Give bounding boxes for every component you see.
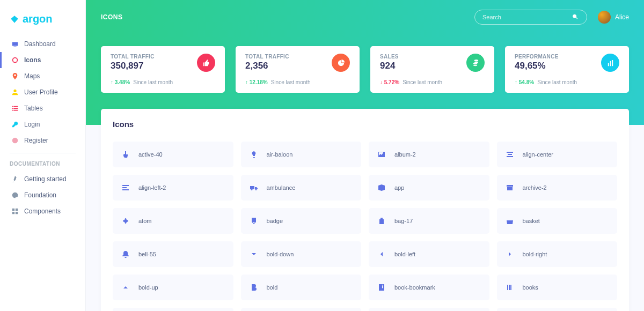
pin-icon <box>11 72 19 80</box>
page-title: ICONS <box>101 13 123 21</box>
sidebar-item-label: Icons <box>24 56 41 64</box>
icon-label: app <box>394 184 404 191</box>
icon-label: books <box>523 284 538 291</box>
sidebar-item-tables[interactable]: Tables <box>0 100 85 116</box>
rocket-icon <box>11 175 19 183</box>
stat-value: 350,897 <box>111 61 155 71</box>
icon-label: archive-2 <box>523 184 547 191</box>
icon-cell-active-40[interactable]: active-40 <box>113 142 233 167</box>
icon-cell-books[interactable]: books <box>497 275 618 300</box>
doc-item-foundation[interactable]: Foundation <box>0 187 85 203</box>
icon-cell-bulb-61[interactable]: bulb-61 <box>497 308 618 311</box>
brand-name: argon <box>23 13 53 25</box>
search-box[interactable] <box>474 10 587 25</box>
icon-label: bold-right <box>523 251 547 257</box>
doc-item-components[interactable]: Components <box>0 203 85 219</box>
brand-logo[interactable]: argon <box>0 9 85 36</box>
stat-card: SALES 924 ↓ 5.72% Since last month <box>370 46 494 93</box>
stat-value: 2,356 <box>245 61 289 71</box>
icon-cell-atom[interactable]: atom <box>113 208 233 234</box>
sidebar-item-label: Login <box>24 121 40 128</box>
icon-cell-ambulance[interactable]: ambulance <box>241 175 362 201</box>
avatar <box>598 11 611 24</box>
doc-item-getting-started[interactable]: Getting started <box>0 171 85 187</box>
tv-icon <box>11 40 19 48</box>
icon-cell-air-baloon[interactable]: air-baloon <box>241 142 362 167</box>
icon-cell-bag-17[interactable]: bag-17 <box>369 208 489 234</box>
truck-icon <box>250 183 258 192</box>
basket-icon <box>506 217 514 225</box>
icon-cell-building[interactable]: building <box>369 308 489 311</box>
icon-label: bold <box>267 284 278 291</box>
palette-icon <box>11 191 19 199</box>
list-icon <box>11 105 19 112</box>
stat-card: PERFORMANCE 49,65% ↑ 54.8% Since last mo… <box>505 46 629 93</box>
icon-cell-badge[interactable]: badge <box>241 208 362 234</box>
search-input[interactable] <box>482 14 572 20</box>
stat-since: Since last month <box>271 79 311 85</box>
stat-pct: ↑ 12.18% <box>245 79 268 85</box>
books-icon <box>506 283 514 292</box>
bookmark-icon <box>377 283 386 292</box>
sidebar-item-register[interactable]: Register <box>0 132 85 149</box>
chevron-up-icon <box>121 283 130 292</box>
icon-cell-basket[interactable]: basket <box>497 208 618 234</box>
icon-cell-archive-2[interactable]: archive-2 <box>497 175 618 201</box>
stat-since: Since last month <box>402 79 442 85</box>
icon-label: align-left-2 <box>138 184 166 191</box>
sidebar-item-icons[interactable]: Icons <box>0 52 85 68</box>
icon-label: bell-55 <box>138 251 156 257</box>
sidebar-item-user-profile[interactable]: User Profile <box>0 84 85 100</box>
icon-cell-bold[interactable]: bold <box>241 275 362 300</box>
sidebar-item-dashboard[interactable]: Dashboard <box>0 36 85 52</box>
grid-icon <box>11 208 19 215</box>
main-area: ICONS Alice TOTAL TRAFFIC 350,897 <box>86 0 644 311</box>
key-icon <box>11 121 19 128</box>
badge-icon <box>250 217 258 225</box>
bold-icon <box>250 283 258 292</box>
user-menu[interactable]: Alice <box>598 11 629 24</box>
bell-icon <box>121 250 130 258</box>
icon-label: basket <box>523 218 540 224</box>
icon-cell-bell-55[interactable]: bell-55 <box>113 241 233 267</box>
icon-label: active-40 <box>138 151 163 158</box>
icon-cell-bold-left[interactable]: bold-left <box>369 241 489 267</box>
icon-label: album-2 <box>394 151 416 158</box>
stat-pct: ↑ 3.48% <box>111 79 130 85</box>
icon-cell-album-2[interactable]: album-2 <box>369 142 489 167</box>
align-center-icon <box>506 150 514 159</box>
hand-point-icon <box>121 150 130 159</box>
icon-cell-bold-up[interactable]: bold-up <box>113 275 233 300</box>
icon-cell-align-center[interactable]: align-center <box>497 142 618 167</box>
pie-chart-icon <box>332 54 350 72</box>
sidebar-item-maps[interactable]: Maps <box>0 68 85 84</box>
icon-label: book-bookmark <box>394 284 435 291</box>
coins-icon <box>466 54 485 72</box>
atom-icon <box>121 217 130 225</box>
chevron-right-icon <box>506 250 514 258</box>
user-icon <box>11 88 19 96</box>
icon-label: badge <box>267 218 283 224</box>
stat-card: TOTAL TRAFFIC 350,897 ↑ 3.48% Since last… <box>101 46 225 93</box>
user-name: Alice <box>615 13 629 21</box>
chevron-down-icon <box>250 250 258 258</box>
sidebar-item-label: Maps <box>24 72 40 80</box>
bar-chart-icon <box>601 54 619 72</box>
icon-cell-app[interactable]: app <box>369 175 489 201</box>
sidebar: argon DashboardIconsMapsUser ProfileTabl… <box>0 0 86 311</box>
sidebar-item-label: Dashboard <box>24 40 56 48</box>
stat-label: TOTAL TRAFFIC <box>111 54 155 60</box>
icon-cell-align-left-2[interactable]: align-left-2 <box>113 175 233 201</box>
search-icon <box>572 13 579 21</box>
doc-item-label: Foundation <box>24 191 56 199</box>
sidebar-item-login[interactable]: Login <box>0 116 85 132</box>
icon-cell-bold-down[interactable]: bold-down <box>241 241 362 267</box>
icon-label: ambulance <box>267 184 296 191</box>
stat-label: TOTAL TRAFFIC <box>245 54 289 60</box>
box-icon <box>377 183 386 192</box>
icon-cell-book-bookmark[interactable]: book-bookmark <box>369 275 489 300</box>
chevron-left-icon <box>377 250 386 258</box>
icon-cell-bold-right[interactable]: bold-right <box>497 241 618 267</box>
icon-cell-briefcase-24[interactable]: briefcase-24 <box>241 308 362 311</box>
icon-cell-box-2[interactable]: box-2 <box>113 308 233 311</box>
